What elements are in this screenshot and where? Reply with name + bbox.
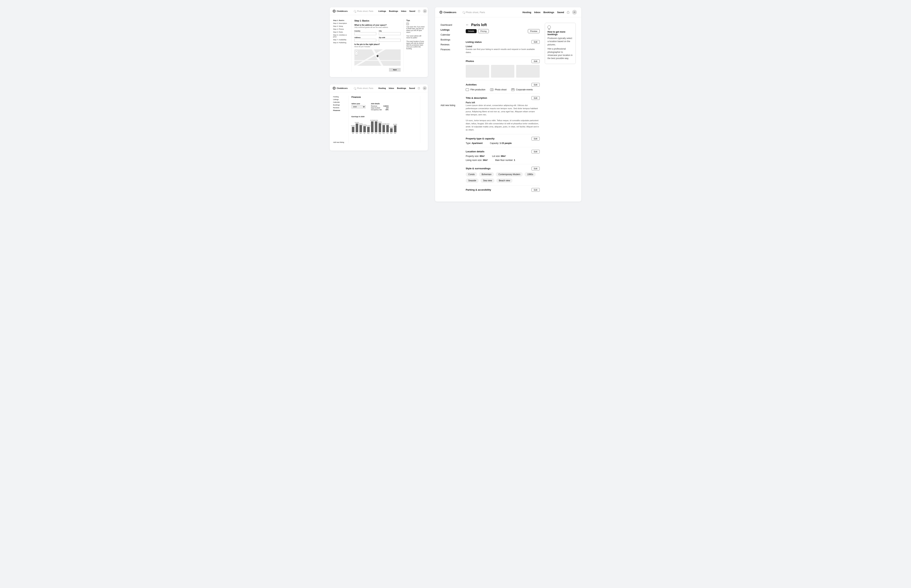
map-zoom[interactable]: +−	[355, 50, 358, 55]
external-link-icon[interactable]	[418, 10, 420, 12]
search[interactable]: Photo shoot, Paris	[354, 87, 373, 89]
step-1[interactable]: Step 1: Basics	[333, 19, 349, 21]
edit-button[interactable]: Edit	[531, 150, 539, 153]
bar	[394, 125, 396, 132]
section-activities: ActivitiesEdit Film production Photo sho…	[466, 80, 539, 94]
map[interactable]: +−	[354, 49, 401, 66]
search[interactable]: Photo shoot, Paris	[354, 10, 373, 12]
external-link-icon[interactable]	[418, 87, 420, 89]
side-finances[interactable]: Finances	[333, 110, 346, 111]
style-pill[interactable]: Beach view	[496, 178, 512, 183]
nav-saved[interactable]: Saved	[557, 11, 564, 14]
style-pill[interactable]: Contemporary Modern	[496, 172, 523, 176]
nav-inbox[interactable]: Inbox	[389, 87, 394, 89]
logo[interactable]: Cinédécors	[333, 10, 347, 13]
style-pill[interactable]: Seaside	[466, 178, 479, 183]
nav-saved[interactable]: Saved	[409, 87, 415, 89]
step-6[interactable]: Step 6: Activities & price	[333, 34, 349, 38]
nav-listings[interactable]: Listings	[378, 10, 386, 12]
logo[interactable]: Cinédécors	[439, 11, 456, 14]
photo-placeholder[interactable]	[516, 65, 539, 78]
preview-button[interactable]: Preview	[528, 29, 539, 33]
avatar[interactable]: JK	[572, 10, 577, 15]
step-5[interactable]: Step 5: Rules	[333, 31, 349, 33]
input-address[interactable]	[354, 39, 376, 42]
add-new-listing[interactable]: Add new listing	[333, 112, 346, 143]
search-icon	[463, 11, 465, 13]
edit-button[interactable]: Edit	[531, 83, 539, 87]
edit-button[interactable]: Edit	[531, 188, 539, 192]
bar	[386, 125, 389, 132]
edit-button[interactable]: Edit	[531, 137, 539, 141]
nav-inbox[interactable]: Inbox	[401, 10, 406, 12]
section-title-description: Title & descriptionEdit Paris loft Lorem…	[466, 94, 539, 134]
input-country[interactable]	[354, 32, 376, 35]
step-7[interactable]: Step 7: Availability	[333, 39, 349, 40]
bar-value-label: €18590	[374, 120, 378, 121]
status-desc: Guests can find your listing in search r…	[466, 48, 539, 54]
type-value: Apartment	[472, 142, 483, 144]
step-3[interactable]: Step 3: Setup	[333, 25, 349, 27]
year-details: 2020 details Revenue€18204 Days booked12…	[371, 103, 389, 111]
style-pill[interactable]: Sea view	[480, 178, 494, 183]
photos-heading: Photos	[466, 60, 474, 63]
zoom-out-icon[interactable]: −	[355, 53, 357, 55]
side-calendar[interactable]: Calendar	[333, 101, 346, 103]
side-listings[interactable]: Listings	[441, 28, 460, 31]
step-4[interactable]: Step 4: Photos	[333, 28, 349, 30]
style-pill[interactable]: 1990s	[525, 172, 536, 176]
lightbulb-icon	[548, 26, 551, 29]
bar-axis-label: Jun	[371, 132, 373, 134]
photo-placeholder[interactable]	[466, 65, 489, 78]
nav-saved[interactable]: Saved	[409, 10, 415, 12]
desc-title: Paris loft	[466, 101, 475, 104]
nav-bookings[interactable]: Bookings	[397, 87, 406, 89]
floor-value: 1	[514, 159, 515, 162]
logo[interactable]: Cinédécors	[333, 87, 347, 90]
people-icon	[511, 88, 515, 91]
lotsize-value: 68m²	[501, 155, 506, 157]
add-new-listing[interactable]: Add new listing	[441, 104, 460, 107]
year-select[interactable]: 2020	[352, 105, 365, 108]
step-2[interactable]: Step 2: Description	[333, 23, 349, 24]
nav-hosting[interactable]: Hosting	[522, 11, 531, 14]
zoom-in-icon[interactable]: +	[355, 50, 357, 53]
label-country: Country	[354, 30, 376, 32]
step-8[interactable]: Step 8: Publishing	[333, 42, 349, 44]
edit-button[interactable]: Edit	[531, 167, 539, 170]
style-pill[interactable]: Condo	[466, 172, 477, 176]
input-city[interactable]	[379, 32, 401, 35]
side-dashboard[interactable]: Dashboard	[441, 24, 460, 26]
side-hosting[interactable]: Hosting	[333, 96, 346, 98]
proptype-heading: Property type & capasity	[466, 137, 494, 140]
next-button[interactable]: Next	[389, 68, 401, 72]
edit-button[interactable]: Edit	[531, 60, 539, 63]
side-reviews[interactable]: Reviews	[441, 43, 460, 46]
side-reviews[interactable]: Reviews	[333, 107, 346, 108]
avatar[interactable]: JK	[423, 9, 427, 13]
photo-placeholder[interactable]	[491, 65, 515, 78]
nav-inbox[interactable]: Inbox	[534, 11, 541, 14]
edit-button[interactable]: Edit	[531, 40, 539, 44]
nav-hosting[interactable]: Hosting	[378, 87, 386, 89]
avatar[interactable]: JK	[423, 86, 427, 90]
bar-axis-label: Apr	[363, 132, 365, 134]
side-listings[interactable]: Listings	[333, 99, 346, 100]
edit-button[interactable]: Edit	[531, 96, 539, 100]
search[interactable]: Photo shoot, Paris	[463, 11, 485, 14]
style-pill[interactable]: Bohemian	[479, 172, 494, 176]
input-zip[interactable]	[379, 39, 401, 42]
side-calendar[interactable]: Calendar	[441, 33, 460, 36]
map-pin-icon[interactable]	[376, 55, 379, 57]
bar-axis-label: May	[367, 132, 369, 134]
nav-bookings[interactable]: Bookings	[389, 10, 398, 12]
side-bookings[interactable]: Bookings	[333, 104, 346, 106]
occupancy-value: 34%	[386, 109, 389, 111]
nav-bookings[interactable]: Bookings	[543, 11, 554, 14]
side-finances[interactable]: Finances	[441, 48, 460, 51]
back-arrow-icon[interactable]: ←	[466, 23, 469, 27]
tab-pricing[interactable]: Pricing	[478, 29, 489, 33]
tab-details[interactable]: Details	[466, 29, 476, 33]
bell-icon[interactable]	[567, 11, 569, 13]
side-bookings[interactable]: Bookings	[441, 38, 460, 41]
